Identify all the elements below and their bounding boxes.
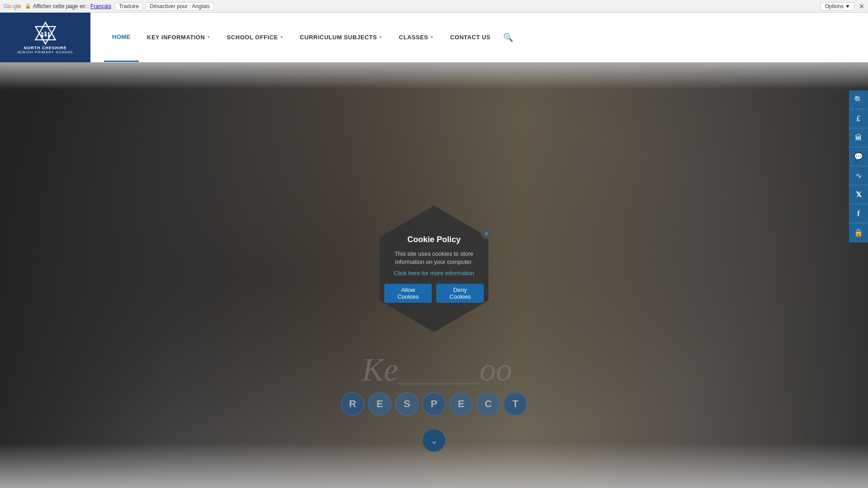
translate-label: Afficher cette page en : — [33, 3, 89, 9]
sidebar-comment-icon[interactable]: 💬 — [849, 147, 868, 166]
search-icon[interactable]: 🔍 — [503, 33, 513, 42]
deny-cookies-button[interactable]: Deny Cookies — [436, 284, 484, 303]
nav-contact-us[interactable]: CONTACT US — [442, 13, 499, 62]
chevron-down-icon: ▼ — [280, 35, 283, 39]
translate-button[interactable]: Traduire — [115, 2, 143, 10]
main-navigation: HOME KEY INFORMATION ▼ SCHOOL OFFICE ▼ C… — [90, 13, 859, 62]
sidebar-facebook-icon[interactable]: f — [849, 204, 868, 223]
sidebar-rss-icon[interactable]: ∿ — [849, 166, 868, 185]
desactiver-button[interactable]: Désactiver pour : Anglais — [146, 2, 214, 10]
right-sidebar: 🔍 £ 🏛 💬 ∿ 𝕏 f 🔒 — [849, 90, 868, 242]
translate-bar: Google 🔒 Afficher cette page en : França… — [0, 0, 868, 13]
cookie-modal: Cookie Policy This site uses cookies to … — [371, 206, 497, 332]
nav-school-office[interactable]: SCHOOL OFFICE ▼ — [219, 13, 292, 62]
cookie-more-info-link[interactable]: Click here for more information — [394, 270, 474, 277]
cookie-modal-title: Cookie Policy — [407, 235, 461, 244]
nav-home[interactable]: HOME — [104, 13, 139, 62]
svg-rect-5 — [44, 33, 47, 36]
svg-point-4 — [44, 31, 47, 33]
school-logo[interactable]: NORTH CHESHIRE JEWISH PRIMARY SCHOOL — [0, 13, 90, 62]
allow-cookies-button[interactable]: Allow Cookies — [384, 284, 432, 303]
close-translate-bar-icon[interactable]: ✕ — [859, 3, 864, 10]
options-button[interactable]: Options ▼ — [821, 2, 854, 10]
nav-classes[interactable]: CLASSES ▼ — [391, 13, 442, 62]
sidebar-twitter-icon[interactable]: 𝕏 — [849, 185, 868, 204]
cookie-modal-hexagon: Cookie Policy This site uses cookies to … — [371, 206, 497, 332]
hero-section: Ke_____oo R E S P E C T ⌄ Cookie Policy … — [0, 62, 868, 488]
school-name-line2: JEWISH PRIMARY SCHOOL — [17, 50, 74, 54]
svg-rect-7 — [48, 34, 50, 37]
nav-key-information[interactable]: KEY INFORMATION ▼ — [139, 13, 219, 62]
site-header: NORTH CHESHIRE JEWISH PRIMARY SCHOOL HOM… — [0, 13, 868, 62]
svg-point-6 — [47, 32, 50, 34]
svg-rect-3 — [41, 34, 43, 37]
chevron-down-icon: ▼ — [207, 35, 210, 39]
cookie-close-icon[interactable]: ✕ — [481, 228, 492, 239]
sidebar-pound-icon[interactable]: £ — [849, 109, 868, 128]
chevron-down-icon: ▼ — [379, 35, 382, 39]
sidebar-lock-icon[interactable]: 🔒 — [849, 223, 868, 242]
language-link[interactable]: Français — [90, 3, 111, 9]
svg-point-2 — [41, 32, 43, 34]
cookie-modal-body: This site uses cookies to store informat… — [384, 250, 484, 266]
google-logo: Google — [4, 3, 21, 9]
lock-indicator-icon: 🔒 — [25, 3, 31, 9]
school-name-line1: NORTH CHESHIRE — [24, 46, 66, 50]
star-of-david-icon — [33, 21, 58, 46]
nav-curriculum-subjects[interactable]: CURRICULUM SUBJECTS ▼ — [292, 13, 391, 62]
cookie-buttons-group: Allow Cookies Deny Cookies — [384, 284, 484, 303]
sidebar-building-icon[interactable]: 🏛 — [849, 128, 868, 147]
chevron-down-icon: ▼ — [430, 35, 434, 39]
sidebar-search-icon[interactable]: 🔍 — [849, 90, 868, 109]
